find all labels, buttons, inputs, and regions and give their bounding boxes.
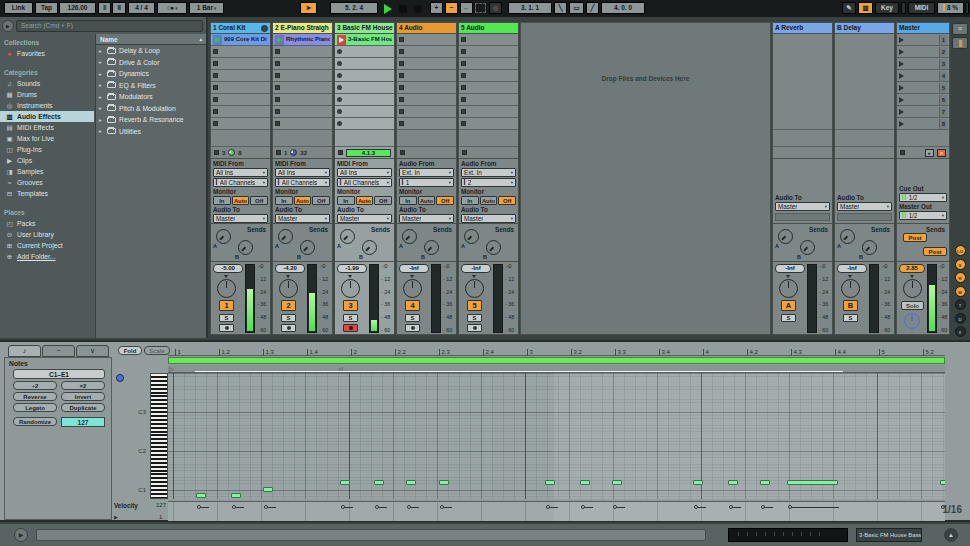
send-b-knob[interactable] xyxy=(238,240,253,255)
cue-post-button[interactable]: Post xyxy=(903,233,927,242)
clip-record-icon[interactable] xyxy=(337,121,342,126)
track-header[interactable]: 5 Audio xyxy=(459,23,518,34)
clip-slot[interactable] xyxy=(335,70,394,82)
scene-play-icon[interactable] xyxy=(899,49,904,55)
clip-slot[interactable] xyxy=(397,70,456,82)
pan-knob[interactable] xyxy=(465,279,484,298)
loop-length-field[interactable]: 4. 0. 0 xyxy=(601,2,645,14)
arrangement-view-button[interactable]: ||| xyxy=(952,37,968,49)
midi-note[interactable] xyxy=(374,480,384,485)
folder-row[interactable]: ▸Utilities xyxy=(96,126,206,138)
midi-note[interactable] xyxy=(340,480,350,485)
clip-slot[interactable] xyxy=(459,82,518,94)
solo-button[interactable]: S xyxy=(843,314,858,322)
input-type-select[interactable]: Ext. In▾ xyxy=(461,168,516,177)
solo-button[interactable]: S xyxy=(467,314,482,322)
clip-stop-icon[interactable] xyxy=(275,121,280,126)
clip-stop-icon[interactable] xyxy=(213,73,218,78)
clip-stop-icon[interactable] xyxy=(213,85,218,90)
folder-row[interactable]: ▸Reverb & Resonance xyxy=(96,114,206,126)
draw-mode-button[interactable] xyxy=(475,3,486,13)
record-button[interactable] xyxy=(414,5,422,13)
arm-button[interactable] xyxy=(281,324,296,332)
input-type-select[interactable]: All Ins▾ xyxy=(337,168,392,177)
monitor-in-button[interactable]: In xyxy=(337,196,355,205)
midi-note[interactable] xyxy=(196,493,206,498)
stop-button[interactable] xyxy=(399,5,407,13)
clip-slot[interactable] xyxy=(273,70,332,82)
clip-stop-icon[interactable] xyxy=(461,109,466,114)
clip-slot[interactable] xyxy=(397,118,456,130)
velocity-marker[interactable] xyxy=(375,505,387,509)
beat-ruler[interactable]: 11.21.31.422.22.32.433.23.33.444.24.34.4… xyxy=(168,346,945,356)
clip-slot[interactable] xyxy=(273,58,332,70)
sidebar-item-audio-effects[interactable]: ▥Audio Effects xyxy=(0,111,94,122)
clip-stop-icon[interactable] xyxy=(213,97,218,102)
scene-slot[interactable]: 3 xyxy=(897,58,949,70)
pan-knob[interactable] xyxy=(217,279,236,298)
input-channel-select[interactable]: ▎All Channels▾ xyxy=(337,178,392,187)
search-input[interactable] xyxy=(16,20,203,32)
clip-stop-icon[interactable] xyxy=(275,109,280,114)
sidebar-item-add-folder[interactable]: ⊕Add Folder... xyxy=(0,251,94,262)
loop-switch[interactable]: ▭ xyxy=(569,2,584,14)
groove-amount-menu[interactable]: ○●▾ xyxy=(157,2,187,14)
scene-slot[interactable]: 2 xyxy=(897,46,949,58)
clip-slot[interactable] xyxy=(397,34,456,46)
folder-row[interactable]: ▸Drive & Color xyxy=(96,57,206,69)
clip-stop-icon[interactable] xyxy=(399,97,404,102)
show-hide-icon[interactable]: ▲ xyxy=(944,528,958,542)
clip-slot[interactable] xyxy=(211,70,270,82)
scene-slot[interactable]: 8 xyxy=(897,118,949,130)
scene-slot[interactable]: 7 xyxy=(897,106,949,118)
clip-stop-icon[interactable] xyxy=(213,109,218,114)
monitor-in-button[interactable]: In xyxy=(275,196,293,205)
randomize-amount-field[interactable]: 127 xyxy=(61,417,105,427)
velocity-marker[interactable] xyxy=(729,505,741,509)
stop-all-mini-icon[interactable]: ✕ xyxy=(937,149,946,157)
folder-row[interactable]: ▸Modulators xyxy=(96,91,206,103)
monitor-auto-button[interactable]: Auto xyxy=(418,196,436,205)
key-map-button[interactable]: Key xyxy=(875,2,899,14)
clip-slot[interactable]: Rhythmic Piano xyxy=(273,34,332,46)
clip-slot[interactable] xyxy=(397,82,456,94)
monitor-in-button[interactable]: In xyxy=(461,196,479,205)
midi-note[interactable] xyxy=(760,480,770,485)
sidebar-item-packs[interactable]: ◰Packs xyxy=(0,218,94,229)
list-header[interactable]: Name ▴ xyxy=(96,34,206,45)
clip-stop-icon[interactable] xyxy=(399,61,404,66)
track-activator-button[interactable]: B xyxy=(843,300,858,311)
back-to-arrangement-button[interactable]: ← xyxy=(460,2,473,14)
midi-note[interactable] xyxy=(263,487,273,492)
midi-note[interactable] xyxy=(612,480,622,485)
send-a-knob[interactable] xyxy=(340,229,355,244)
track-stop-button[interactable] xyxy=(214,150,219,155)
clip-slot[interactable] xyxy=(459,46,518,58)
clip-slot[interactable] xyxy=(459,70,518,82)
sidebar-item-grooves[interactable]: ≈Grooves xyxy=(0,177,94,188)
punch-out-button[interactable]: ╱ xyxy=(586,2,599,14)
clip-slot[interactable] xyxy=(335,106,394,118)
clip-slot[interactable] xyxy=(273,118,332,130)
send-a-knob[interactable] xyxy=(778,229,793,244)
velocity-marker[interactable] xyxy=(546,505,558,509)
output-type-select[interactable]: Master▾ xyxy=(275,214,330,223)
velocity-marker[interactable] xyxy=(440,505,452,509)
nudge-up-icon[interactable]: |||| xyxy=(112,2,126,14)
midi-note[interactable] xyxy=(580,480,590,485)
quantization-menu[interactable]: 1 Bar▾ xyxy=(189,2,224,14)
monitor-off-button[interactable]: Off xyxy=(436,196,454,205)
scene-play-icon[interactable] xyxy=(899,121,904,127)
clip-slot[interactable] xyxy=(211,58,270,70)
clip-stop-icon[interactable] xyxy=(399,85,404,90)
browser-toggle-icon[interactable]: ▶ xyxy=(2,20,14,32)
track-activator-button[interactable]: 1 xyxy=(219,300,234,311)
volume-field[interactable]: -Inf xyxy=(399,264,429,273)
track-stop-button[interactable] xyxy=(400,150,405,155)
clip-stop-icon[interactable] xyxy=(399,109,404,114)
monitor-off-button[interactable]: Off xyxy=(498,196,516,205)
arrangement-overview[interactable] xyxy=(728,528,848,542)
clip-slot[interactable] xyxy=(211,106,270,118)
volume-field[interactable]: -1.99 xyxy=(337,264,367,273)
solo-button[interactable]: S xyxy=(219,314,234,322)
